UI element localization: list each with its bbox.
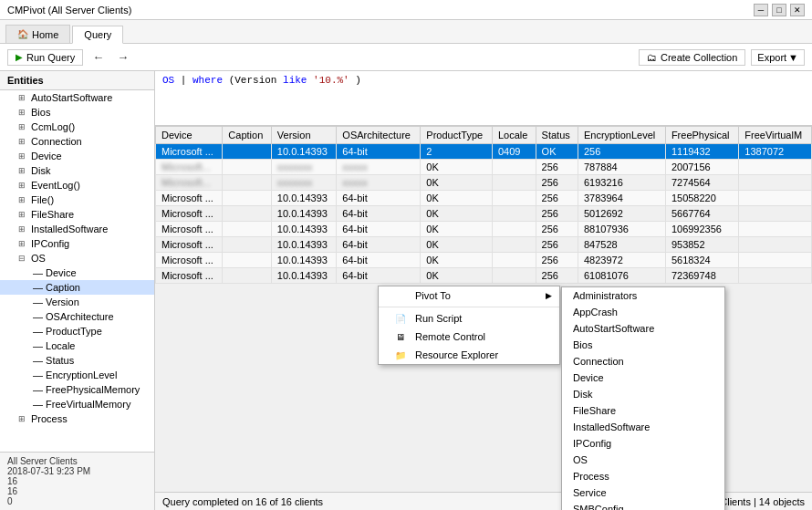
pivot-autostartsoft[interactable]: AutoStartSoftware bbox=[562, 320, 724, 337]
table-row[interactable]: Microsoft ... 10.0.14393 64-bit 0K 256 4… bbox=[156, 253, 812, 268]
sidebar-item-ccmlog[interactable]: ⊞ CcmLog() bbox=[0, 120, 154, 134]
col-device[interactable]: Device bbox=[156, 127, 223, 144]
sidebar-item-os-freephysical[interactable]: — FreePhysicalMemory bbox=[0, 382, 154, 397]
data-table: Device Caption Version OSArchitecture Pr… bbox=[155, 126, 812, 284]
pivot-installedsoftware[interactable]: InstalledSoftware bbox=[562, 419, 724, 435]
sidebar-list[interactable]: ⊞ AutoStartSoftware ⊞ Bios ⊞ CcmLog() ⊞ … bbox=[0, 90, 154, 452]
table-row[interactable]: Microsoft ... 10.0.14393 64-bit 0K 256 5… bbox=[156, 206, 812, 222]
back-button[interactable]: ← bbox=[88, 48, 108, 66]
sidebar-label: — Status bbox=[33, 355, 74, 366]
sidebar-item-disk[interactable]: ⊞ Disk bbox=[0, 163, 154, 178]
expand-icon: ⊞ bbox=[18, 181, 27, 190]
cell-freephys: 2007156 bbox=[665, 160, 738, 175]
cell-producttype: 0K bbox=[421, 237, 493, 253]
sidebar-label: — ProductType bbox=[33, 326, 102, 337]
col-producttype[interactable]: ProductType bbox=[421, 127, 493, 144]
cell-locale bbox=[492, 268, 536, 284]
cell-freephys: 5667764 bbox=[665, 206, 738, 222]
cell-caption bbox=[223, 268, 271, 284]
pivot-bios[interactable]: Bios bbox=[562, 337, 724, 353]
close-button[interactable]: ✕ bbox=[790, 4, 805, 16]
col-freevirtual[interactable]: FreeVirtualM bbox=[739, 127, 812, 144]
pivot-os[interactable]: OS bbox=[562, 452, 724, 468]
sidebar-item-fileshare[interactable]: ⊞ FileShare bbox=[0, 207, 154, 222]
cell-device: Microsoft ... bbox=[156, 268, 223, 284]
sidebar-item-os-architecture[interactable]: — OSArchitecture bbox=[0, 309, 154, 324]
context-menu-run-script[interactable]: 📄 Run Script bbox=[379, 309, 559, 328]
sidebar-label: OS bbox=[31, 253, 46, 264]
pivot-service[interactable]: Service bbox=[562, 484, 724, 501]
pivot-ipconfig[interactable]: IPConfig bbox=[562, 435, 724, 452]
sidebar-item-device[interactable]: ⊞ Device bbox=[0, 149, 154, 163]
sidebar-item-os-freevirtual[interactable]: — FreeVirtualMemory bbox=[0, 397, 154, 411]
pivot-process[interactable]: Process bbox=[562, 468, 724, 484]
forward-button[interactable]: → bbox=[113, 48, 132, 66]
cell-version: 10.0.14393 bbox=[271, 268, 337, 284]
tab-query[interactable]: Query bbox=[72, 26, 123, 44]
col-version[interactable]: Version bbox=[271, 127, 337, 144]
minimize-button[interactable]: ─ bbox=[754, 4, 768, 16]
table-row[interactable]: Microsoft ... 10.0.14393 64-bit 0K 256 3… bbox=[156, 191, 812, 206]
cell-enc: 3783964 bbox=[578, 191, 666, 206]
content-area: OS | where (Version like '10.%' ) Device… bbox=[155, 71, 812, 510]
sidebar-item-process[interactable]: ⊞ Process bbox=[0, 411, 154, 426]
sidebar-item-os-device[interactable]: — Device bbox=[0, 265, 154, 280]
sidebar-item-os-locale[interactable]: — Locale bbox=[0, 338, 154, 353]
cell-arch: 64-bit bbox=[337, 222, 421, 237]
cell-arch: 64-bit bbox=[337, 206, 421, 222]
sidebar-item-os-producttype[interactable]: — ProductType bbox=[0, 324, 154, 338]
sidebar-item-os-encryptionlevel[interactable]: — EncryptionLevel bbox=[0, 368, 154, 382]
col-freephysical[interactable]: FreePhysical bbox=[665, 127, 738, 144]
query-editor[interactable]: OS | where (Version like '10.%' ) bbox=[155, 71, 812, 126]
create-collection-button[interactable]: 🗂 Create Collection bbox=[639, 49, 745, 66]
table-row[interactable]: Microsoft ... 10.0.14393 64-bit 0K 256 8… bbox=[156, 222, 812, 237]
col-locale[interactable]: Locale bbox=[492, 127, 536, 144]
pivot-smbconfig[interactable]: SMBConfig bbox=[562, 501, 724, 510]
tab-query-label: Query bbox=[84, 29, 111, 40]
cell-device: Microsoft ... bbox=[156, 144, 223, 160]
table-row[interactable]: Microsoft ... 10.0.14393 64-bit 0K 256 8… bbox=[156, 237, 812, 253]
col-caption[interactable]: Caption bbox=[223, 127, 271, 144]
query-pipe: | bbox=[181, 75, 193, 86]
context-menu-remote-control[interactable]: 🖥 Remote Control bbox=[379, 328, 559, 346]
context-menu-pivot-to[interactable]: Pivot To Administrators AppCrash AutoSta… bbox=[379, 286, 559, 305]
context-menu-resource-explorer[interactable]: 📁 Resource Explorer bbox=[379, 346, 559, 364]
table-row[interactable]: Microsoft ... 10.0.14393 64-bit 2 0409 O… bbox=[156, 144, 812, 160]
sidebar-item-installedsoftware[interactable]: ⊞ InstalledSoftware bbox=[0, 222, 154, 236]
table-row[interactable]: Microsoft ... 10.0.14393 64-bit 0K 256 6… bbox=[156, 268, 812, 284]
cell-freephys: 953852 bbox=[665, 237, 738, 253]
context-menu-divider bbox=[379, 307, 559, 307]
sidebar-item-autostartsoft[interactable]: ⊞ AutoStartSoftware bbox=[0, 90, 154, 105]
pivot-connection[interactable]: Connection bbox=[562, 353, 724, 369]
sidebar-item-ipconfig[interactable]: ⊞ IPConfig bbox=[0, 236, 154, 251]
sidebar-item-os-caption[interactable]: — Caption bbox=[0, 280, 154, 295]
run-query-button[interactable]: ▶ Run Query bbox=[7, 49, 83, 66]
sidebar-item-connection[interactable]: ⊞ Connection bbox=[0, 134, 154, 149]
table-row[interactable]: Microsoft... xxxxxxx xxxxx 0K 256 787884… bbox=[156, 160, 812, 175]
col-osarch[interactable]: OSArchitecture bbox=[337, 127, 421, 144]
col-encryption[interactable]: EncryptionLevel bbox=[578, 127, 666, 144]
script-icon: 📄 bbox=[393, 314, 408, 324]
pivot-fileshare[interactable]: FileShare bbox=[562, 402, 724, 419]
sidebar-item-file[interactable]: ⊞ File() bbox=[0, 193, 154, 207]
export-button[interactable]: Export ▼ bbox=[751, 49, 805, 66]
pivot-administrators[interactable]: Administrators bbox=[562, 287, 724, 304]
col-status[interactable]: Status bbox=[536, 127, 578, 144]
sidebar-label: — EncryptionLevel bbox=[33, 369, 117, 380]
sidebar-item-os-version[interactable]: — Version bbox=[0, 295, 154, 309]
cell-status: 256 bbox=[536, 268, 578, 284]
cell-locale bbox=[492, 160, 536, 175]
cell-producttype: 0K bbox=[421, 268, 493, 284]
table-row[interactable]: Microsoft... xxxxxxx xxxxx 0K 256 619321… bbox=[156, 175, 812, 191]
pivot-appcrash[interactable]: AppCrash bbox=[562, 304, 724, 320]
pivot-device[interactable]: Device bbox=[562, 369, 724, 386]
toolbar-left: ▶ Run Query ← → bbox=[7, 48, 132, 66]
sidebar-item-eventlog[interactable]: ⊞ EventLog() bbox=[0, 178, 154, 193]
sidebar-item-bios[interactable]: ⊞ Bios bbox=[0, 105, 154, 120]
maximize-button[interactable]: □ bbox=[772, 4, 786, 16]
sidebar-item-os[interactable]: ⊟ OS bbox=[0, 251, 154, 265]
sidebar-item-os-status[interactable]: — Status bbox=[0, 353, 154, 368]
pivot-disk[interactable]: Disk bbox=[562, 386, 724, 402]
expand-icon: ⊞ bbox=[18, 224, 27, 234]
tab-home[interactable]: 🏠 Home bbox=[5, 25, 70, 43]
